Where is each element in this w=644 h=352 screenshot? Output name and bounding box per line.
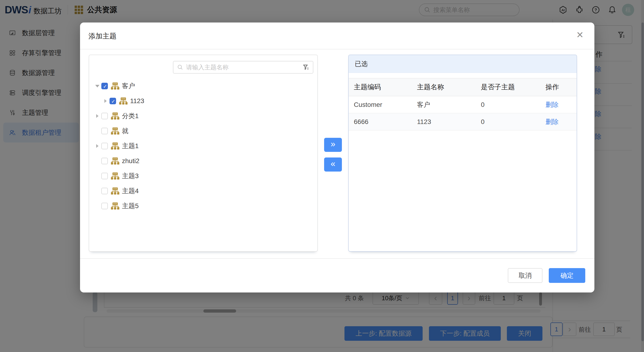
caret-down-icon[interactable] [94, 85, 101, 87]
double-chevron-left-icon: « [331, 159, 335, 168]
table-row: Customer 客户 0 删除 [349, 96, 576, 113]
tree-item[interactable]: 主题5 [89, 199, 317, 214]
topic-tree: 客户 1123 分类1 就 [89, 79, 317, 214]
topic-icon [111, 82, 120, 90]
delete-link[interactable]: 删除 [546, 117, 576, 126]
tree-item-label: 客户 [122, 82, 135, 90]
checkbox[interactable] [101, 203, 108, 209]
topic-icon [111, 157, 120, 165]
cancel-button[interactable]: 取消 [508, 268, 542, 283]
cell-is-sub: 0 [481, 118, 546, 126]
checkbox[interactable] [101, 113, 108, 119]
filter-funnel-icon[interactable] [302, 64, 309, 71]
topic-search[interactable] [173, 61, 313, 74]
topic-icon [119, 97, 128, 105]
tree-item-label: 主题1 [122, 141, 139, 150]
topic-icon [111, 172, 120, 180]
tree-item-label: 主题3 [122, 171, 139, 181]
confirm-button[interactable]: 确定 [549, 268, 585, 283]
topic-icon [111, 127, 120, 135]
checkbox-checked[interactable] [101, 83, 108, 89]
selected-panel-gap [349, 73, 576, 78]
tree-item-label: 主题5 [122, 202, 139, 211]
column-header-action: 操作 [546, 83, 576, 92]
column-header-is-sub: 是否子主题 [481, 83, 546, 92]
tree-item[interactable]: 就 [89, 123, 317, 138]
topic-icon [111, 187, 120, 195]
tree-item[interactable]: 主题4 [89, 184, 317, 199]
modal-header: 添加主题 [80, 23, 594, 50]
checkbox[interactable] [101, 188, 108, 194]
tree-item[interactable]: 主题1 [89, 138, 317, 153]
topic-tree-panel: 客户 1123 分类1 就 [89, 55, 318, 252]
caret-right-icon[interactable] [94, 114, 101, 118]
tree-item[interactable]: 主题3 [89, 168, 317, 184]
move-left-button[interactable]: « [324, 157, 342, 171]
checkbox[interactable] [101, 173, 108, 179]
tree-item[interactable]: 1123 [89, 93, 317, 108]
cell-is-sub: 0 [481, 101, 546, 108]
checkbox[interactable] [101, 158, 108, 164]
delete-link[interactable]: 删除 [546, 100, 576, 109]
cell-name: 客户 [417, 100, 481, 109]
checkbox-checked[interactable] [110, 98, 116, 104]
checkbox[interactable] [101, 128, 108, 134]
caret-right-icon[interactable] [94, 144, 101, 148]
table-row: 6666 1123 0 删除 [349, 113, 576, 130]
selected-topics-panel: 已选 主题编码 主题名称 是否子主题 操作 Customer 客户 0 删除 6… [348, 55, 577, 252]
search-icon [177, 64, 183, 70]
double-chevron-right-icon: » [331, 140, 335, 148]
add-topic-modal: 添加主题 客户 [80, 23, 594, 292]
selected-topics-table: 主题编码 主题名称 是否子主题 操作 Customer 客户 0 删除 6666… [349, 78, 576, 130]
modal-footer-divider [80, 258, 594, 259]
app-screen: DWS i 数据工坊 公共资源 AI [0, 0, 644, 352]
topic-icon [111, 142, 120, 150]
selected-panel-title: 已选 [349, 55, 576, 73]
column-header-name: 主题名称 [417, 83, 481, 92]
column-header-code: 主题编码 [354, 83, 417, 92]
topic-icon [111, 202, 120, 210]
tree-item-label: 1123 [130, 97, 144, 105]
caret-right-icon[interactable] [102, 99, 109, 103]
tree-item-label: 分类1 [122, 112, 139, 120]
close-icon[interactable] [576, 31, 584, 39]
topic-search-input[interactable] [186, 64, 300, 71]
move-right-button[interactable]: » [324, 138, 342, 152]
topic-icon [111, 112, 120, 120]
tree-item[interactable]: 分类1 [89, 108, 317, 123]
checkbox[interactable] [101, 143, 108, 149]
cell-name: 1123 [417, 118, 481, 126]
table-header-row: 主题编码 主题名称 是否子主题 操作 [349, 78, 576, 96]
modal-title: 添加主题 [88, 31, 116, 41]
cell-code: 6666 [354, 118, 417, 126]
tree-item[interactable]: zhuti2 [89, 153, 317, 168]
tree-item[interactable]: 客户 [89, 79, 317, 93]
cell-code: Customer [354, 101, 417, 108]
tree-item-label: 就 [122, 126, 128, 135]
tree-item-label: zhuti2 [122, 157, 140, 165]
tree-item-label: 主题4 [122, 187, 139, 196]
